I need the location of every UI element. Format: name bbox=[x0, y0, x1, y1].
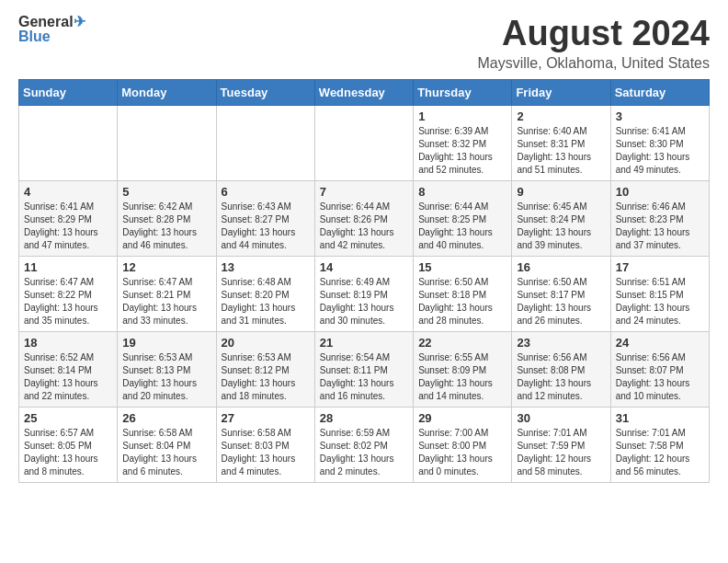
day-info: Sunrise: 6:54 AM Sunset: 8:11 PM Dayligh… bbox=[320, 351, 408, 403]
day-info: Sunrise: 7:00 AM Sunset: 8:00 PM Dayligh… bbox=[418, 427, 506, 478]
calendar-cell: 27Sunrise: 6:58 AM Sunset: 8:03 PM Dayli… bbox=[216, 407, 314, 482]
calendar-cell: 1Sunrise: 6:39 AM Sunset: 8:32 PM Daylig… bbox=[414, 105, 512, 180]
day-number: 20 bbox=[222, 336, 310, 350]
day-info: Sunrise: 6:53 AM Sunset: 8:13 PM Dayligh… bbox=[122, 351, 210, 403]
calendar-cell: 31Sunrise: 7:01 AM Sunset: 7:58 PM Dayli… bbox=[610, 407, 709, 482]
weekday-header: Friday bbox=[512, 79, 610, 105]
day-info: Sunrise: 6:49 AM Sunset: 8:19 PM Dayligh… bbox=[320, 276, 408, 327]
calendar-cell: 28Sunrise: 6:59 AM Sunset: 8:02 PM Dayli… bbox=[314, 407, 413, 482]
day-info: Sunrise: 6:41 AM Sunset: 8:29 PM Dayligh… bbox=[24, 201, 112, 252]
day-number: 3 bbox=[616, 109, 704, 123]
day-number: 21 bbox=[320, 336, 408, 350]
calendar-cell bbox=[118, 105, 216, 180]
day-info: Sunrise: 6:40 AM Sunset: 8:31 PM Dayligh… bbox=[517, 125, 605, 177]
calendar-cell: 17Sunrise: 6:51 AM Sunset: 8:15 PM Dayli… bbox=[610, 256, 709, 331]
calendar-cell bbox=[19, 105, 118, 180]
day-info: Sunrise: 6:53 AM Sunset: 8:12 PM Dayligh… bbox=[222, 351, 310, 403]
day-info: Sunrise: 6:43 AM Sunset: 8:27 PM Dayligh… bbox=[222, 201, 310, 252]
day-info: Sunrise: 6:46 AM Sunset: 8:23 PM Dayligh… bbox=[616, 201, 704, 252]
day-number: 4 bbox=[24, 185, 112, 199]
day-number: 28 bbox=[320, 411, 408, 425]
calendar-header-row: SundayMondayTuesdayWednesdayThursdayFrid… bbox=[19, 79, 710, 105]
day-number: 12 bbox=[122, 260, 210, 274]
calendar-cell: 26Sunrise: 6:58 AM Sunset: 8:04 PM Dayli… bbox=[118, 407, 216, 482]
day-info: Sunrise: 6:48 AM Sunset: 8:20 PM Dayligh… bbox=[222, 276, 310, 327]
calendar-cell: 12Sunrise: 6:47 AM Sunset: 8:21 PM Dayli… bbox=[118, 256, 216, 331]
calendar-week-row: 4Sunrise: 6:41 AM Sunset: 8:29 PM Daylig… bbox=[19, 180, 710, 256]
calendar-week-row: 18Sunrise: 6:52 AM Sunset: 8:14 PM Dayli… bbox=[19, 331, 710, 407]
main-title: August 2024 bbox=[477, 15, 710, 53]
day-info: Sunrise: 6:52 AM Sunset: 8:14 PM Dayligh… bbox=[24, 351, 112, 403]
calendar-cell: 11Sunrise: 6:47 AM Sunset: 8:22 PM Dayli… bbox=[19, 256, 118, 331]
logo-line1: General✈ bbox=[18, 15, 85, 29]
calendar-cell: 4Sunrise: 6:41 AM Sunset: 8:29 PM Daylig… bbox=[19, 180, 118, 256]
day-number: 23 bbox=[517, 336, 605, 350]
day-info: Sunrise: 6:58 AM Sunset: 8:03 PM Dayligh… bbox=[222, 427, 310, 478]
day-number: 2 bbox=[517, 109, 605, 123]
day-info: Sunrise: 6:45 AM Sunset: 8:24 PM Dayligh… bbox=[517, 201, 605, 252]
calendar-cell: 20Sunrise: 6:53 AM Sunset: 8:12 PM Dayli… bbox=[216, 331, 314, 407]
day-number: 8 bbox=[418, 185, 506, 199]
weekday-header: Tuesday bbox=[216, 79, 314, 105]
calendar-cell bbox=[216, 105, 314, 180]
calendar-cell: 7Sunrise: 6:44 AM Sunset: 8:26 PM Daylig… bbox=[314, 180, 413, 256]
calendar-cell: 3Sunrise: 6:41 AM Sunset: 8:30 PM Daylig… bbox=[610, 105, 709, 180]
day-info: Sunrise: 6:42 AM Sunset: 8:28 PM Dayligh… bbox=[122, 201, 210, 252]
day-info: Sunrise: 6:47 AM Sunset: 8:22 PM Dayligh… bbox=[24, 276, 112, 327]
day-number: 16 bbox=[517, 260, 605, 274]
calendar-week-row: 25Sunrise: 6:57 AM Sunset: 8:05 PM Dayli… bbox=[19, 407, 710, 482]
calendar-cell: 15Sunrise: 6:50 AM Sunset: 8:18 PM Dayli… bbox=[414, 256, 512, 331]
day-number: 14 bbox=[320, 260, 408, 274]
day-number: 25 bbox=[24, 411, 112, 425]
day-number: 9 bbox=[517, 185, 605, 199]
day-number: 1 bbox=[418, 109, 506, 123]
calendar-cell: 6Sunrise: 6:43 AM Sunset: 8:27 PM Daylig… bbox=[216, 180, 314, 256]
day-number: 6 bbox=[222, 185, 310, 199]
day-info: Sunrise: 6:58 AM Sunset: 8:04 PM Dayligh… bbox=[122, 427, 210, 478]
calendar-cell: 10Sunrise: 6:46 AM Sunset: 8:23 PM Dayli… bbox=[610, 180, 709, 256]
calendar-cell: 24Sunrise: 6:56 AM Sunset: 8:07 PM Dayli… bbox=[610, 331, 709, 407]
weekday-header: Thursday bbox=[414, 79, 512, 105]
logo: General✈ Blue bbox=[18, 15, 85, 44]
day-number: 22 bbox=[418, 336, 506, 350]
day-info: Sunrise: 6:59 AM Sunset: 8:02 PM Dayligh… bbox=[320, 427, 408, 478]
calendar-cell: 21Sunrise: 6:54 AM Sunset: 8:11 PM Dayli… bbox=[314, 331, 413, 407]
day-number: 18 bbox=[24, 336, 112, 350]
calendar-cell: 8Sunrise: 6:44 AM Sunset: 8:25 PM Daylig… bbox=[414, 180, 512, 256]
logo-bird-inline: ✈ bbox=[74, 14, 85, 29]
calendar-cell: 9Sunrise: 6:45 AM Sunset: 8:24 PM Daylig… bbox=[512, 180, 610, 256]
logo-line2: Blue bbox=[18, 29, 85, 44]
weekday-header: Saturday bbox=[610, 79, 709, 105]
day-info: Sunrise: 7:01 AM Sunset: 7:58 PM Dayligh… bbox=[616, 427, 704, 478]
day-number: 5 bbox=[122, 185, 210, 199]
day-info: Sunrise: 6:44 AM Sunset: 8:25 PM Dayligh… bbox=[418, 201, 506, 252]
day-info: Sunrise: 6:56 AM Sunset: 8:08 PM Dayligh… bbox=[517, 351, 605, 403]
calendar-cell: 25Sunrise: 6:57 AM Sunset: 8:05 PM Dayli… bbox=[19, 407, 118, 482]
calendar-cell: 29Sunrise: 7:00 AM Sunset: 8:00 PM Dayli… bbox=[414, 407, 512, 482]
calendar-week-row: 1Sunrise: 6:39 AM Sunset: 8:32 PM Daylig… bbox=[19, 105, 710, 180]
day-number: 29 bbox=[418, 411, 506, 425]
calendar-cell: 22Sunrise: 6:55 AM Sunset: 8:09 PM Dayli… bbox=[414, 331, 512, 407]
day-number: 19 bbox=[122, 336, 210, 350]
day-info: Sunrise: 6:50 AM Sunset: 8:18 PM Dayligh… bbox=[418, 276, 506, 327]
day-number: 17 bbox=[616, 260, 704, 274]
day-number: 27 bbox=[222, 411, 310, 425]
day-info: Sunrise: 6:55 AM Sunset: 8:09 PM Dayligh… bbox=[418, 351, 506, 403]
day-info: Sunrise: 6:51 AM Sunset: 8:15 PM Dayligh… bbox=[616, 276, 704, 327]
day-number: 31 bbox=[616, 411, 704, 425]
calendar-cell bbox=[314, 105, 413, 180]
day-number: 10 bbox=[616, 185, 704, 199]
day-info: Sunrise: 6:47 AM Sunset: 8:21 PM Dayligh… bbox=[122, 276, 210, 327]
title-area: August 2024 Maysville, Oklahoma, United … bbox=[477, 15, 710, 72]
day-number: 15 bbox=[418, 260, 506, 274]
day-info: Sunrise: 6:44 AM Sunset: 8:26 PM Dayligh… bbox=[320, 201, 408, 252]
calendar-cell: 19Sunrise: 6:53 AM Sunset: 8:13 PM Dayli… bbox=[118, 331, 216, 407]
day-info: Sunrise: 6:39 AM Sunset: 8:32 PM Dayligh… bbox=[418, 125, 506, 177]
calendar-cell: 2Sunrise: 6:40 AM Sunset: 8:31 PM Daylig… bbox=[512, 105, 610, 180]
calendar-cell: 23Sunrise: 6:56 AM Sunset: 8:08 PM Dayli… bbox=[512, 331, 610, 407]
day-info: Sunrise: 6:57 AM Sunset: 8:05 PM Dayligh… bbox=[24, 427, 112, 478]
day-info: Sunrise: 6:41 AM Sunset: 8:30 PM Dayligh… bbox=[616, 125, 704, 177]
calendar-cell: 18Sunrise: 6:52 AM Sunset: 8:14 PM Dayli… bbox=[19, 331, 118, 407]
day-number: 26 bbox=[122, 411, 210, 425]
day-number: 24 bbox=[616, 336, 704, 350]
